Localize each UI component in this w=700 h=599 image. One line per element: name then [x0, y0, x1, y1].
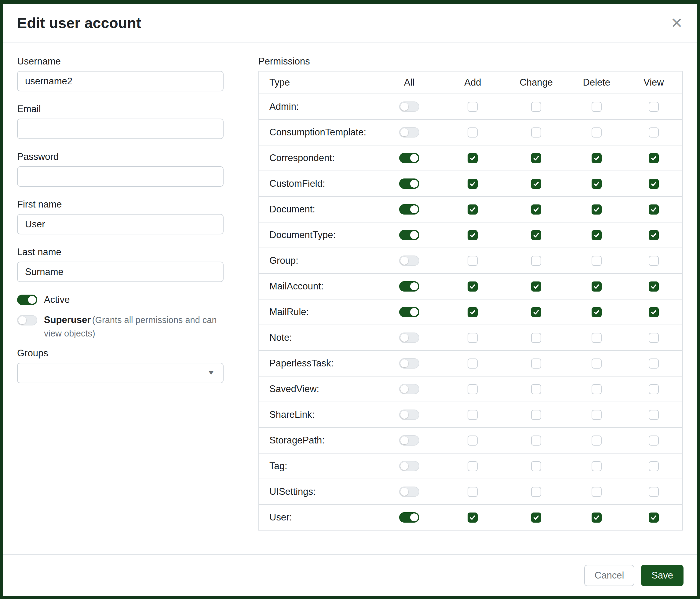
permission-all-toggle[interactable]	[399, 512, 419, 523]
permission-view-cell	[625, 307, 682, 317]
permission-delete-checkbox[interactable]	[592, 153, 602, 163]
permission-add-checkbox[interactable]	[468, 333, 478, 343]
permission-view-checkbox[interactable]	[649, 256, 659, 266]
permission-add-checkbox[interactable]	[468, 127, 478, 138]
permission-change-checkbox[interactable]	[531, 153, 541, 163]
permission-add-checkbox[interactable]	[468, 410, 478, 420]
permission-change-checkbox[interactable]	[531, 487, 541, 497]
permission-add-checkbox[interactable]	[468, 512, 478, 523]
permission-change-checkbox[interactable]	[531, 410, 541, 420]
permission-type-label: MailAccount:	[259, 281, 377, 292]
permission-change-checkbox[interactable]	[531, 127, 541, 138]
permission-all-toggle[interactable]	[399, 435, 419, 446]
permission-all-toggle[interactable]	[399, 307, 419, 317]
password-input[interactable]	[17, 166, 224, 187]
save-button[interactable]: Save	[641, 565, 683, 586]
permission-view-checkbox[interactable]	[649, 435, 659, 446]
permission-delete-cell	[568, 282, 625, 291]
permission-view-checkbox[interactable]	[649, 102, 659, 112]
permission-view-checkbox[interactable]	[649, 512, 659, 523]
permission-delete-checkbox[interactable]	[592, 256, 602, 266]
permission-change-checkbox[interactable]	[531, 230, 541, 240]
permission-all-toggle[interactable]	[399, 204, 419, 215]
permission-delete-checkbox[interactable]	[592, 435, 602, 446]
permission-add-checkbox[interactable]	[468, 179, 478, 189]
permission-change-checkbox[interactable]	[531, 333, 541, 343]
permission-delete-checkbox[interactable]	[592, 307, 602, 317]
last-name-input[interactable]	[17, 262, 224, 282]
close-icon[interactable]: ✕	[671, 16, 683, 30]
cancel-button[interactable]: Cancel	[584, 565, 635, 586]
permission-view-checkbox[interactable]	[649, 487, 659, 497]
superuser-toggle[interactable]	[17, 315, 37, 326]
permission-change-checkbox[interactable]	[531, 461, 541, 471]
permission-view-checkbox[interactable]	[649, 333, 659, 343]
permission-add-checkbox[interactable]	[468, 461, 478, 471]
permission-view-checkbox[interactable]	[649, 282, 659, 291]
permission-delete-checkbox[interactable]	[592, 102, 602, 112]
permission-view-checkbox[interactable]	[649, 205, 659, 215]
permission-all-toggle[interactable]	[399, 461, 419, 471]
permission-change-checkbox[interactable]	[531, 307, 541, 317]
username-input[interactable]	[17, 71, 224, 91]
permission-all-toggle[interactable]	[399, 333, 419, 343]
permission-delete-checkbox[interactable]	[592, 205, 602, 215]
permission-delete-checkbox[interactable]	[592, 358, 602, 368]
permission-change-checkbox[interactable]	[531, 358, 541, 368]
first-name-input[interactable]	[17, 214, 224, 234]
permission-delete-checkbox[interactable]	[592, 230, 602, 240]
permission-change-checkbox[interactable]	[531, 384, 541, 394]
permission-all-toggle[interactable]	[399, 358, 419, 368]
permission-delete-checkbox[interactable]	[592, 487, 602, 497]
permission-add-checkbox[interactable]	[468, 153, 478, 163]
permission-add-checkbox[interactable]	[468, 230, 478, 240]
permission-all-toggle[interactable]	[399, 384, 419, 394]
groups-select[interactable]: ▼	[17, 363, 224, 383]
permission-change-checkbox[interactable]	[531, 512, 541, 523]
permission-all-toggle[interactable]	[399, 281, 419, 291]
permission-add-checkbox[interactable]	[468, 307, 478, 317]
permission-add-checkbox[interactable]	[468, 435, 478, 446]
permission-view-checkbox[interactable]	[649, 461, 659, 471]
permission-add-checkbox[interactable]	[468, 282, 478, 291]
permission-all-toggle[interactable]	[399, 101, 419, 112]
permission-change-checkbox[interactable]	[531, 205, 541, 215]
permission-delete-checkbox[interactable]	[592, 512, 602, 523]
active-toggle[interactable]	[17, 295, 37, 305]
permission-view-checkbox[interactable]	[649, 384, 659, 394]
permission-delete-cell	[568, 487, 625, 497]
permission-all-toggle[interactable]	[399, 178, 419, 189]
permission-change-checkbox[interactable]	[531, 282, 541, 291]
email-input[interactable]	[17, 119, 224, 139]
permission-view-checkbox[interactable]	[649, 410, 659, 420]
permission-delete-checkbox[interactable]	[592, 461, 602, 471]
permission-delete-checkbox[interactable]	[592, 127, 602, 138]
permission-add-checkbox[interactable]	[468, 256, 478, 266]
permission-delete-checkbox[interactable]	[592, 282, 602, 291]
permission-add-checkbox[interactable]	[468, 358, 478, 368]
permission-delete-checkbox[interactable]	[592, 384, 602, 394]
permission-add-checkbox[interactable]	[468, 205, 478, 215]
permission-change-checkbox[interactable]	[531, 256, 541, 266]
permission-all-toggle[interactable]	[399, 256, 419, 266]
permission-view-checkbox[interactable]	[649, 179, 659, 189]
permission-all-toggle[interactable]	[399, 486, 419, 497]
permission-view-checkbox[interactable]	[649, 230, 659, 240]
permission-add-checkbox[interactable]	[468, 487, 478, 497]
permission-view-checkbox[interactable]	[649, 307, 659, 317]
permission-all-toggle[interactable]	[399, 409, 419, 420]
permission-view-checkbox[interactable]	[649, 358, 659, 368]
permission-all-toggle[interactable]	[399, 230, 419, 240]
permission-delete-checkbox[interactable]	[592, 410, 602, 420]
permission-all-toggle[interactable]	[399, 127, 419, 138]
permission-change-checkbox[interactable]	[531, 179, 541, 189]
permission-view-checkbox[interactable]	[649, 153, 659, 163]
permission-all-toggle[interactable]	[399, 153, 419, 163]
permission-add-checkbox[interactable]	[468, 384, 478, 394]
permission-delete-checkbox[interactable]	[592, 333, 602, 343]
permission-add-checkbox[interactable]	[468, 102, 478, 112]
permission-change-checkbox[interactable]	[531, 102, 541, 112]
permission-change-checkbox[interactable]	[531, 435, 541, 446]
permission-delete-checkbox[interactable]	[592, 179, 602, 189]
permission-view-checkbox[interactable]	[649, 127, 659, 138]
